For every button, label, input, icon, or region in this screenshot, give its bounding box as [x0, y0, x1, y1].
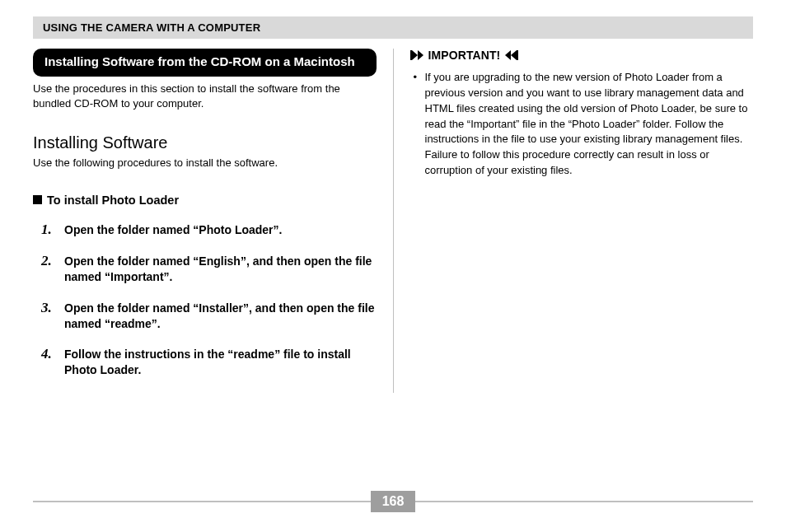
section-subtext: Use the following procedures to install …	[33, 156, 377, 170]
triangle-left-group-icon	[505, 50, 518, 60]
page-footer: 168	[33, 491, 753, 512]
section-heading: Installing Software	[33, 133, 377, 152]
step-text: Follow the instructions in the “readme” …	[64, 346, 377, 378]
square-bullet-icon	[33, 195, 42, 204]
step-item: 1. Open the folder named “Photo Loader”.	[41, 222, 377, 238]
right-column: IMPORTANT! • If you are upgrading to the…	[394, 49, 754, 393]
step-text: Open the folder named “Photo Loader”.	[64, 222, 282, 238]
step-text: Open the folder named “English”, and the…	[64, 253, 377, 285]
step-item: 3. Open the folder named “Installer”, an…	[41, 300, 377, 332]
section-header-bar: USING THE CAMERA WITH A COMPUTER	[33, 16, 753, 39]
manual-page: USING THE CAMERA WITH A COMPUTER Install…	[33, 16, 753, 393]
step-text: Open the folder named “Installer”, and t…	[64, 300, 377, 332]
footer-rule-right	[415, 501, 753, 502]
triangle-right-group-icon	[410, 50, 423, 60]
step-number: 4.	[41, 346, 58, 362]
topic-pill: Installing Software from the CD-ROM on a…	[33, 49, 377, 77]
important-label: IMPORTANT!	[428, 49, 501, 62]
content-columns: Installing Software from the CD-ROM on a…	[33, 49, 753, 393]
important-text: If you are upgrading to the new version …	[425, 70, 754, 179]
page-number: 168	[371, 491, 416, 512]
left-column: Installing Software from the CD-ROM on a…	[33, 49, 393, 393]
step-number: 2.	[41, 253, 58, 269]
step-item: 4. Follow the instructions in the “readm…	[41, 346, 377, 378]
step-number: 1.	[41, 222, 58, 238]
important-body: • If you are upgrading to the new versio…	[410, 70, 754, 179]
steps-list: 1. Open the folder named “Photo Loader”.…	[33, 222, 377, 378]
topic-intro: Use the procedures in this section to in…	[33, 82, 377, 110]
step-item: 2. Open the folder named “English”, and …	[41, 253, 377, 285]
subsection-heading: To install Photo Loader	[33, 194, 377, 207]
step-number: 3.	[41, 300, 58, 316]
subsection-heading-text: To install Photo Loader	[47, 194, 179, 207]
bullet-icon: •	[414, 70, 420, 179]
important-heading: IMPORTANT!	[410, 49, 754, 62]
footer-rule-left	[33, 501, 371, 502]
